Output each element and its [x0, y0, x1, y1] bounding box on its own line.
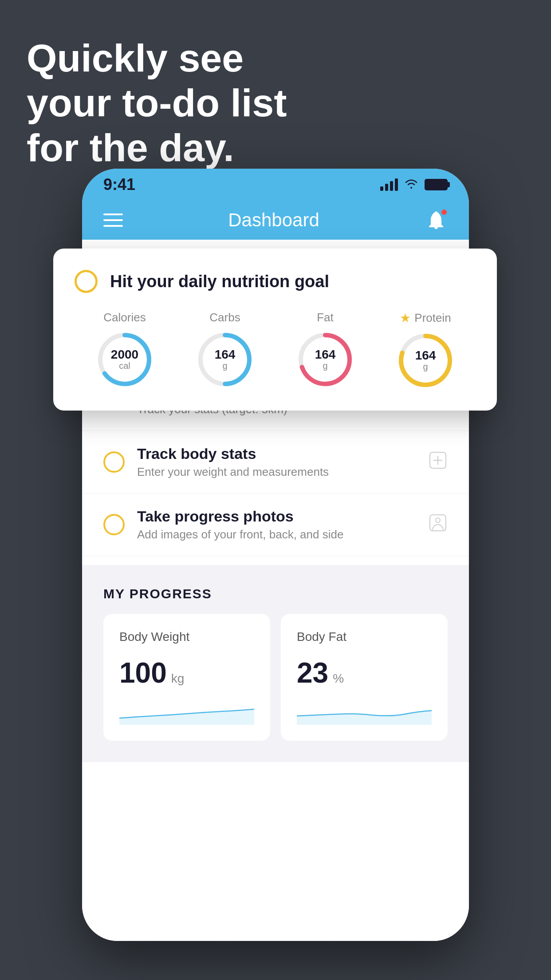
progress-card-fat: Body Fat 23 %: [281, 614, 448, 741]
carbs-unit: g: [222, 361, 227, 371]
calories-unit: cal: [119, 361, 130, 371]
todo-title-photos: Take progress photos: [137, 508, 416, 525]
protein-circle: 164 g: [397, 332, 454, 389]
signal-icon: [380, 178, 398, 191]
progress-card-weight: Body Weight 100 kg: [103, 614, 270, 741]
carbs-circle: 164 g: [196, 331, 254, 388]
person-icon: [428, 513, 448, 537]
carbs-label: Carbs: [209, 311, 240, 324]
nutrition-fat: Fat 164 g: [296, 311, 354, 388]
todo-item-photos[interactable]: Take progress photos Add images of your …: [82, 494, 469, 556]
fat-value: 164: [315, 348, 336, 361]
progress-header: MY PROGRESS: [103, 586, 448, 601]
fat-card-title: Body Fat: [297, 630, 432, 644]
nutrition-calories: Calories 2000 cal: [96, 311, 153, 388]
headline: Quickly see your to-do list for the day.: [27, 36, 287, 170]
fat-circle: 164 g: [296, 331, 354, 388]
notification-dot: [441, 209, 448, 216]
nutrition-carbs: Carbs 164 g: [196, 311, 254, 388]
progress-section: MY PROGRESS Body Weight 100 kg: [82, 565, 469, 762]
weight-chart: [119, 698, 254, 725]
fat-unit: g: [323, 361, 327, 371]
todo-item-body-stats[interactable]: Track body stats Enter your weight and m…: [82, 431, 469, 494]
todo-check-photos: [103, 514, 125, 535]
wifi-icon: [404, 177, 418, 193]
nav-bar: Dashboard: [82, 201, 469, 240]
weight-card-title: Body Weight: [119, 630, 254, 644]
nav-title: Dashboard: [228, 209, 319, 231]
notification-button[interactable]: [425, 209, 448, 232]
nutrition-protein: ★ Protein 164 g: [397, 311, 454, 389]
nutrition-check-circle: [75, 270, 98, 293]
fat-unit: %: [333, 672, 344, 686]
status-bar: 9:41: [82, 169, 469, 201]
fat-label: Fat: [317, 311, 334, 324]
fat-value: 23: [297, 656, 328, 689]
todo-subtitle-body-stats: Enter your weight and measurements: [137, 465, 416, 479]
nutrition-items: Calories 2000 cal Carbs: [75, 311, 476, 389]
carbs-value: 164: [215, 348, 236, 361]
fat-chart: [297, 698, 432, 725]
weight-value: 100: [119, 656, 167, 689]
todo-check-body-stats: [103, 451, 125, 473]
protein-unit: g: [423, 362, 428, 371]
status-icons: [380, 177, 448, 193]
progress-cards: Body Weight 100 kg Body Fat: [103, 614, 448, 741]
todo-title-body-stats: Track body stats: [137, 445, 416, 462]
headline-line1: Quickly see: [27, 36, 287, 80]
calories-circle: 2000 cal: [96, 331, 153, 388]
weight-unit: kg: [171, 672, 185, 686]
todo-subtitle-photos: Add images of your front, back, and side: [137, 528, 416, 541]
nutrition-card-title: Hit your daily nutrition goal: [110, 272, 329, 291]
status-time: 9:41: [103, 175, 135, 194]
protein-label: ★ Protein: [400, 311, 451, 325]
menu-button[interactable]: [103, 213, 123, 227]
protein-star-icon: ★: [400, 311, 411, 325]
scale-icon: [428, 450, 448, 474]
headline-line2: your to-do list: [27, 80, 287, 125]
calories-value: 2000: [111, 348, 138, 361]
protein-value: 164: [415, 349, 436, 362]
battery-icon: [425, 179, 448, 190]
svg-point-2: [436, 518, 440, 522]
nutrition-card: Hit your daily nutrition goal Calories 2…: [53, 249, 497, 411]
calories-label: Calories: [103, 311, 146, 324]
headline-line3: for the day.: [27, 125, 287, 170]
